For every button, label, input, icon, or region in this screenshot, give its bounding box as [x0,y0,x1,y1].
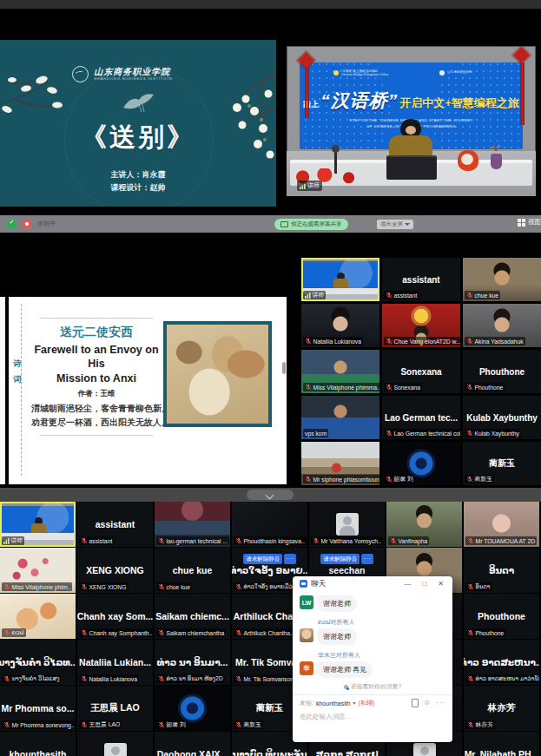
avatar-placeholder-icon [413,743,436,756]
participant-label: Nataliia Lukianova [303,337,363,345]
participant-label: assistant [79,536,114,545]
chat-titlebar[interactable]: 聊天 — □ ✕ [293,576,452,591]
participant-tile[interactable]: 林亦芳林亦芳 [464,686,539,731]
participant-tile[interactable]: 韶馨 刘 [155,686,230,731]
participant-tile[interactable]: Mr TOUAMOUA AT 2D [464,502,539,547]
participant-tile[interactable]: ຄວຝ [0,594,76,639]
file-attach-icon[interactable] [412,699,419,707]
participant-label: Kulab Xaybunthy [465,429,521,437]
mic-muted-icon [466,384,473,391]
more-options-badge[interactable]: ··· [361,554,373,564]
poem-line-1: 渭城朝雨浥轻尘，客舍青青柳色新。 [31,402,162,416]
participant-tile[interactable]: Phoudthasin kingsava.. [232,502,307,547]
participant-label: Vanfinapha [388,536,429,545]
participant-tile[interactable]: Mr Vatthana Yomsych.. [309,502,385,547]
lecturer-tile[interactable]: 讲师 [301,258,379,301]
meeting-toolbar: 录制中 你正在观看屏幕共享 退出全屏 视图 [0,215,541,233]
participant-tile[interactable]: Nataliia Lukianova [301,304,379,347]
participant-label: lao-german technical ... [156,536,229,545]
farewell-slide-video[interactable]: 山东商务职业学院 SHANDONG BUSINESS INSTITUTE 《送别… [0,40,276,207]
participant-tile[interactable]: ທ່າວ ອາດສະຫນາ...ທ່າວ ອາດສະຫນາ ມາວ່ານັກ [464,640,539,685]
participant-tile[interactable]: 蔺新玉蔺新玉 [463,442,541,485]
mic-muted-icon [235,537,242,544]
participant-label: 林亦芳 [465,720,495,729]
participant-label: 蔺新玉 [234,720,263,729]
participant-tile[interactable]: XENG XIONGXENG XIONG [77,548,153,593]
participant-tile[interactable]: chue kue [463,258,541,301]
participant-tile[interactable]: ທ່າວ ນາ ອິນມາ...ທ່າວ ນາ ອິນມາ ຫ້ອງ2D [155,640,230,685]
participant-tile[interactable]: Nataliia Lukian...Nataliia Lukianova [77,640,153,685]
bridge-logo-icon [333,70,339,76]
participant-tile[interactable]: ນາງຈັນຄໍາ ວິໄລທ...ນາງຈັນຄໍາ ວິໄລແສງ [0,640,76,685]
participant-tile[interactable]: Kulab XaybunthyKulab Xaybunthy [463,396,541,439]
view-switcher-button[interactable]: 视图 [518,218,541,227]
participant-label: 蔺新玉 [465,475,494,483]
participant-label: 讲师 [2,536,24,545]
maximize-button[interactable]: □ [422,581,426,588]
mic-muted-icon [386,476,393,483]
slide-scrollbar-thumb[interactable] [282,362,286,374]
lecturer-tile[interactable]: 讲师 [0,502,76,547]
mic-muted-icon [158,675,165,682]
participant-tile[interactable]: chue kuechue kue [155,548,230,593]
poem-title-cn: 送元二使安西 [31,325,162,340]
participant-tile[interactable] [77,732,153,756]
participant-tile[interactable]: lao-german technical ... [155,502,230,547]
participant-tile[interactable]: Chue Vang elonAT2D w... [382,304,460,347]
emoji-icon[interactable]: ☺ [424,700,431,707]
chat-icon [300,580,307,588]
participant-tile[interactable]: 王思晨 LAO王思晨 LAO [77,686,153,731]
chinese-knot-left [300,55,312,118]
participant-tile[interactable]: Mr siphone phiasomboun [301,442,379,485]
participant-tile[interactable]: ອິນດາອິນດາ [464,548,539,593]
mic-muted-icon [235,629,242,636]
participant-tile[interactable]: Saikam chiemc...Saikam chiemchantha [155,594,230,639]
participant-tile[interactable]: Mr. Nilahath PH... [464,732,539,756]
speaking-signal-icon [3,537,10,544]
send-to-dropdown[interactable]: khounthasith [316,700,356,707]
chat-input[interactable]: 在此处输入消息... [300,713,445,721]
participant-tile[interactable]: assistantassistant [77,502,153,547]
mic-muted-icon [467,583,474,590]
participant-tile[interactable]: vps kom [301,396,379,439]
participant-tile[interactable]: PhouthonePhouthone [464,594,539,639]
participant-tile[interactable]: khounthasith [0,732,76,756]
participant-tile[interactable]: Akina Yadsadahuk [463,304,541,347]
participant-tile[interactable]: PhouthonePhouthone [463,350,541,393]
recording-icon[interactable] [23,220,31,228]
lecturer-main-video[interactable]: “汉语桥”线上团组交流项目 Chinese Bridge Delegation … [278,9,541,214]
participant-label: ທ່າວໃຈອັ່ງ ອພາຍມືວ່ອງ [234,582,300,591]
screen-share-banner[interactable]: 你正在观看屏幕共享 [274,219,348,230]
participant-tile[interactable]: Daohong XAIX... [155,732,230,756]
participant-label: ທ່າວ ນາ ອິນມາ ຫ້ອງ2D [156,674,225,683]
participant-tile[interactable]: 韶馨 刘 [382,442,460,485]
participant-tile[interactable]: Lao German tec...Lao German technical co… [382,396,460,439]
minimize-button[interactable]: — [404,581,411,588]
slide-side-label: 诗 词 [12,356,23,387]
mic-muted-icon [386,430,393,437]
participant-label: Phouthone [465,383,505,391]
participant-tile[interactable]: assistantassistant [382,258,460,301]
participant-tile[interactable]: Miss Vilaiphone phim.. [0,548,76,593]
participant-tile[interactable]: SonexanaSonexana [382,350,460,393]
participant-tile[interactable]: Miss Vilaiphone phimma... [301,350,379,393]
security-shield-icon[interactable] [7,220,16,229]
participant-tile[interactable]: Chanh xay Som...Chanh xay Somphanth.. [77,594,153,639]
chat-message-text: 谢谢老师 [317,595,357,612]
more-options-badge[interactable]: ··· [284,554,296,564]
divider-line [40,318,153,319]
chat-message-list[interactable]: LW谢谢老师ຄວຝ对所有人谢谢老师华木兰对所有人华谢谢老师 再见 [293,591,452,680]
roof-tiles-decoration [0,40,276,53]
participant-tile[interactable]: Mr Phomma so...Mr Phomma sonevong.. [0,686,76,731]
unmute-request-badge[interactable]: 请求解除静音 [320,554,360,564]
exit-fullscreen-dropdown[interactable]: 退出全屏 [377,220,413,229]
close-button[interactable]: ✕ [438,581,444,588]
flower-vase [489,143,503,169]
participant-tile[interactable]: Vanfinapha [386,502,462,547]
unmute-request-badge[interactable]: 请求解除静音 [243,554,282,564]
more-options-icon[interactable]: ··· [436,700,445,707]
banner-subtitle: 开启中文+智慧编程之旅 [399,95,519,111]
expand-chevron-button[interactable] [247,490,294,500]
slide-title: 《送别》 [0,120,276,155]
mic-muted-icon [466,430,473,437]
